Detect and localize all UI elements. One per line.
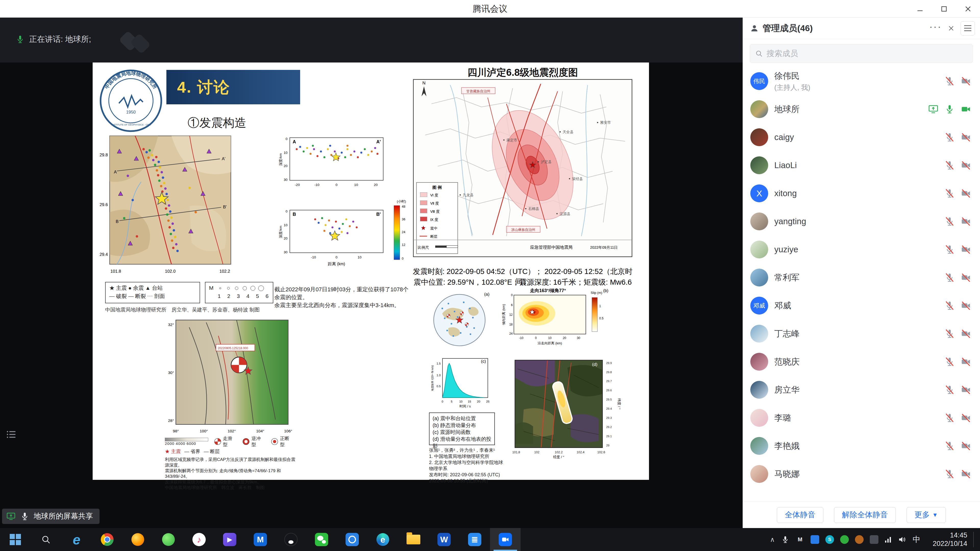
share-mic-icon	[20, 511, 30, 521]
taskbar-app-qq[interactable]	[275, 528, 306, 551]
mic-muted-icon[interactable]	[944, 132, 955, 143]
member-row[interactable]: caigy	[743, 123, 980, 151]
member-search-area	[743, 39, 980, 65]
member-row[interactable]: 地球所	[743, 95, 980, 123]
camera-off-icon[interactable]	[961, 272, 971, 283]
mic-muted-icon[interactable]	[944, 468, 955, 479]
more-button[interactable]: 更多▼	[907, 507, 946, 523]
member-row[interactable]: X xitong	[743, 179, 980, 207]
taskbar-app-mail[interactable]	[245, 528, 275, 551]
volume-icon[interactable]	[898, 536, 907, 543]
avatar	[750, 128, 768, 146]
beachball-icon	[242, 438, 250, 445]
tray-icon-s[interactable]: S	[825, 535, 834, 544]
camera-off-icon[interactable]	[961, 413, 971, 423]
member-row[interactable]: LiaoLi	[743, 151, 980, 179]
member-row[interactable]: 李璐	[743, 404, 980, 432]
tray-icon-m[interactable]: M	[796, 535, 804, 544]
taskbar-app-ie[interactable]	[61, 528, 92, 551]
unmute-all-button[interactable]: 解除全体静音	[834, 507, 896, 523]
camera-on-icon[interactable]	[961, 104, 971, 114]
tray-icon-misc[interactable]	[870, 535, 878, 544]
mic-on-icon[interactable]	[944, 104, 955, 114]
tray-icon-green[interactable]	[840, 535, 849, 544]
system-tray: ∧ M S 中 14:45 2022/10/14	[770, 528, 980, 551]
member-row[interactable]: 李艳娥	[743, 432, 980, 460]
profile-label: B	[293, 212, 296, 217]
member-row[interactable]: 伟民 徐伟民(主持人, 我)	[743, 67, 980, 95]
camera-off-icon[interactable]	[961, 132, 971, 143]
mic-muted-icon[interactable]	[944, 76, 955, 86]
mic-muted-icon[interactable]	[944, 384, 955, 395]
camera-off-icon[interactable]	[961, 188, 971, 199]
tray-icon-paw[interactable]	[855, 535, 864, 544]
mic-muted-icon[interactable]	[944, 413, 955, 423]
member-name: yuziye	[774, 245, 798, 254]
minimize-button[interactable]	[908, 0, 932, 17]
mute-all-button[interactable]: 全体静音	[777, 507, 823, 523]
taskbar-app-docs[interactable]	[460, 528, 490, 551]
taskbar-app-browser360[interactable]	[153, 528, 184, 551]
member-row[interactable]: 邓威 邓威	[743, 292, 980, 320]
mic-muted-icon[interactable]	[944, 300, 955, 311]
member-row[interactable]: 房立华	[743, 376, 980, 404]
taskbar-app-edge[interactable]	[368, 528, 398, 551]
camera-off-icon[interactable]	[961, 468, 971, 479]
tray-icon-meeting[interactable]	[811, 535, 819, 544]
member-row[interactable]: 丁志峰	[743, 320, 980, 348]
member-row[interactable]: 范晓庆	[743, 348, 980, 376]
mechanism-legend: 2000 4000 6000 走滑型 逆冲型 正断型	[165, 435, 294, 448]
member-row[interactable]: yuziye	[743, 235, 980, 264]
mic-muted-icon[interactable]	[944, 244, 955, 255]
camera-off-icon[interactable]	[961, 384, 971, 395]
mic-muted-icon[interactable]	[944, 272, 955, 283]
mic-muted-icon[interactable]	[944, 441, 955, 451]
camera-off-icon[interactable]	[961, 328, 971, 339]
member-row[interactable]: 常利军	[743, 264, 980, 292]
network-icon[interactable]	[885, 536, 892, 543]
member-search-box[interactable]	[750, 44, 973, 63]
member-search-input[interactable]	[767, 49, 967, 58]
taskbar-app-meeting[interactable]	[490, 528, 520, 551]
mic-muted-icon[interactable]	[944, 328, 955, 339]
taskbar-app-music[interactable]	[184, 528, 215, 551]
screen-sharing-icon[interactable]	[928, 104, 939, 114]
camera-off-icon[interactable]	[961, 216, 971, 227]
legend-row: ★ 主震 ● 余震 ▲ 台站	[109, 284, 196, 292]
taskbar-app-firefox[interactable]	[123, 528, 153, 551]
elevation-ticks: 2000 4000 6000	[165, 441, 208, 446]
taskbar-app-word[interactable]	[429, 528, 460, 551]
tray-mic-icon[interactable]	[781, 535, 790, 544]
camera-off-icon[interactable]	[961, 244, 971, 255]
taskbar-app-chrome[interactable]	[92, 528, 123, 551]
tray-expand-icon[interactable]: ∧	[770, 536, 775, 544]
camera-off-icon[interactable]	[961, 76, 971, 86]
more-options-icon[interactable]: ···	[929, 24, 942, 33]
maximize-button[interactable]	[932, 0, 956, 17]
camera-off-icon[interactable]	[961, 300, 971, 311]
panel-close-icon[interactable]	[947, 24, 955, 32]
camera-off-icon[interactable]	[961, 160, 971, 171]
close-button[interactable]	[956, 0, 980, 17]
camera-off-icon[interactable]	[961, 441, 971, 451]
screen-share-badge[interactable]: 地球所的屏幕共享	[2, 509, 100, 524]
intensity-map-figure: N 甘孜藏族自治州 凉山彝族自治州 康定市 泸定县 石棉县 汉源县 九龙县 荥经…	[413, 79, 633, 257]
mic-muted-icon[interactable]	[944, 216, 955, 227]
ime-indicator[interactable]: 中	[913, 534, 920, 545]
taskbar-app-wxwork[interactable]	[337, 528, 368, 551]
panel-layout-menu-button[interactable]	[961, 21, 975, 35]
taskbar-app-wechat[interactable]	[306, 528, 337, 551]
show-desktop-button[interactable]	[974, 532, 976, 547]
member-row[interactable]: yangting	[743, 207, 980, 235]
mic-muted-icon[interactable]	[944, 188, 955, 199]
camera-off-icon[interactable]	[961, 356, 971, 367]
meeting-list-toggle[interactable]	[6, 429, 17, 441]
mic-muted-icon[interactable]	[944, 160, 955, 171]
start-button[interactable]	[0, 528, 30, 551]
mic-muted-icon[interactable]	[944, 356, 955, 367]
member-row[interactable]: 马晓娜	[743, 460, 980, 488]
taskbar-app-video[interactable]	[215, 528, 245, 551]
taskbar-app-explorer[interactable]	[398, 528, 429, 551]
taskbar-search-button[interactable]	[30, 528, 61, 551]
taskbar-clock[interactable]: 14:45 2022/10/14	[926, 531, 967, 548]
